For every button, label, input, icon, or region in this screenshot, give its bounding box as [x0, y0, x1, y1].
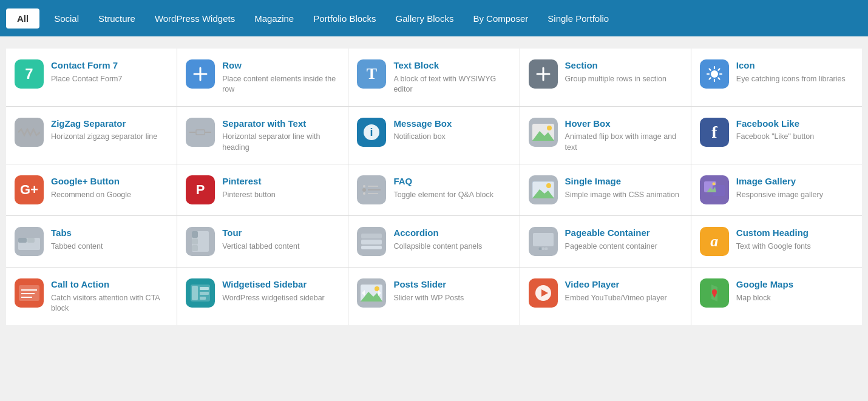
widget-cell[interactable]: Google Maps Map block — [691, 268, 862, 325]
nav-magazine[interactable]: Magazine — [245, 8, 303, 29]
widget-cell[interactable]: i Message Box Notification box — [348, 107, 519, 164]
cell-title-11: Pinterest — [222, 175, 339, 187]
cell-desc-14: Responsive image gallery — [736, 190, 853, 201]
svg-rect-14 — [196, 130, 205, 135]
maps-icon — [700, 278, 729, 308]
widget-cell[interactable]: Hover Box Animated flip box with image a… — [520, 107, 691, 164]
cell-desc-16: Vertical tabbed content — [222, 241, 339, 252]
nav-single-portfolio[interactable]: Single Portfolio — [538, 8, 619, 29]
svg-line-10 — [709, 69, 710, 70]
widget-cell[interactable]: Single Image Simple image with CSS anima… — [520, 164, 691, 215]
accordion-icon — [357, 227, 386, 256]
svg-rect-38 — [192, 231, 198, 238]
widget-cell[interactable]: Posts Slider Slider with WP Posts — [348, 268, 519, 325]
nav-social[interactable]: Social — [44, 8, 89, 29]
cell-title-15: Tabs — [51, 227, 168, 239]
cell-title-14: Image Gallery — [736, 175, 853, 187]
svg-rect-36 — [27, 238, 35, 243]
cell-title-5: ZigZag Separator — [51, 118, 168, 130]
cell-title-8: Hover Box — [565, 118, 682, 130]
pageable-icon — [529, 227, 558, 256]
cell-text-0: Contact Form 7 Place Contact Form7 — [51, 59, 168, 84]
fb-icon: f — [700, 118, 729, 147]
widget-cell[interactable]: f Facebook Like Facebook "Like" button — [691, 107, 862, 164]
widget-cell[interactable]: a Custom Heading Text with Google fonts — [691, 216, 862, 267]
cell-title-1: Row — [222, 59, 339, 72]
cell-title-2: Text Block — [393, 59, 510, 72]
cell-text-15: Tabs Tabbed content — [51, 227, 168, 252]
svg-rect-53 — [192, 286, 198, 300]
cell-title-13: Single Image — [565, 175, 682, 187]
widget-cell[interactable]: Widgetised Sidebar WordPress widgetised … — [177, 268, 348, 325]
widget-cell[interactable]: Call to Action Catch visitors attention … — [6, 268, 177, 325]
cell-title-3: Section — [565, 59, 682, 72]
tabs-icon — [15, 227, 44, 256]
svg-point-25 — [363, 192, 365, 195]
widget-cell[interactable]: Video Player Embed YouTube/Vimeo player — [520, 268, 691, 325]
cell-desc-1: Place content elements inside the row — [222, 74, 339, 95]
cell-title-4: Icon — [736, 59, 853, 72]
widget-cell[interactable]: FAQ Toggle element for Q&A block — [348, 164, 519, 215]
cell-title-16: Tour — [222, 227, 339, 239]
widget-cell[interactable]: Image Gallery Responsive image gallery — [691, 164, 862, 215]
cell-desc-10: Recommend on Google — [51, 190, 168, 201]
widget-cell[interactable]: P Pinterest Pinterest button — [177, 164, 348, 215]
septext-icon — [186, 118, 215, 147]
svg-rect-43 — [361, 246, 382, 249]
nav-structure[interactable]: Structure — [89, 8, 145, 29]
cell-title-17: Accordion — [393, 227, 510, 239]
nav-gallery-blocks[interactable]: Gallery Blocks — [386, 8, 464, 29]
widget-cell[interactable]: ZigZag Separator Horizontal zigzag separ… — [6, 107, 177, 164]
cell-title-21: Widgetised Sidebar — [222, 278, 339, 291]
widget-cell[interactable]: Accordion Collapsible content panels — [348, 216, 519, 267]
widget-cell[interactable]: Pageable Container Pageable content cont… — [520, 216, 691, 267]
svg-point-21 — [362, 188, 366, 192]
widget-cell[interactable]: 7 Contact Form 7 Place Contact Form7 — [6, 49, 177, 106]
cell-desc-23: Embed YouTube/Vimeo player — [565, 293, 682, 304]
cell-text-2: Text Block A block of text with WYSIWYG … — [393, 59, 510, 95]
cell-title-24: Google Maps — [736, 278, 853, 291]
svg-rect-41 — [361, 234, 382, 238]
cell-desc-24: Map block — [736, 293, 853, 304]
cell-text-21: Widgetised Sidebar WordPress widgetised … — [222, 278, 339, 303]
cell-desc-2: A block of text with WYSIWYG editor — [393, 74, 510, 95]
nav-wordpress-widgets[interactable]: WordPress Widgets — [145, 8, 245, 29]
customheading-icon: a — [700, 227, 729, 256]
widget-cell[interactable]: Row Place content elements inside the ro… — [177, 49, 348, 106]
nav-portfolio-blocks[interactable]: Portfolio Blocks — [303, 8, 385, 29]
svg-point-47 — [544, 248, 548, 251]
plus-icon — [529, 59, 558, 89]
cell-title-6: Separator with Text — [222, 118, 339, 130]
widget-cell[interactable]: Tabs Tabbed content — [6, 216, 177, 267]
nav-all-button[interactable]: All — [6, 8, 39, 29]
widget-cell[interactable]: Separator with Text Horizontal separator… — [177, 107, 348, 164]
nav-bar: All Social Structure WordPress Widgets M… — [0, 0, 868, 36]
cell-text-9: Facebook Like Facebook "Like" button — [736, 118, 853, 143]
cell-desc-6: Horizontal separator line with heading — [222, 132, 339, 153]
nav-by-composer[interactable]: By Composer — [463, 8, 538, 29]
widget-cell[interactable]: Tour Vertical tabbed content — [177, 216, 348, 267]
cell-desc-12: Toggle element for Q&A block — [393, 190, 510, 201]
widget-cell[interactable]: Icon Eye catching icons from libraries — [691, 49, 862, 106]
svg-rect-35 — [18, 238, 27, 243]
cell-title-23: Video Player — [565, 278, 682, 291]
widget-cell[interactable]: T Text Block A block of text with WYSIWY… — [348, 49, 519, 106]
cell-text-4: Icon Eye catching icons from libraries — [736, 59, 853, 84]
T-icon: T — [357, 59, 386, 89]
cell-desc-19: Text with Google fonts — [736, 241, 853, 252]
cell-text-3: Section Group multiple rows in section — [565, 59, 682, 84]
widget-grid: 7 Contact Form 7 Place Contact Form7 Row… — [6, 49, 862, 325]
widget-cell[interactable]: G+ Google+ Button Recommend on Google — [6, 164, 177, 215]
cell-desc-22: Slider with WP Posts — [393, 293, 510, 304]
svg-point-45 — [538, 248, 541, 251]
cell-text-1: Row Place content elements inside the ro… — [222, 59, 339, 95]
cell-text-23: Video Player Embed YouTube/Vimeo player — [565, 278, 682, 303]
cell-text-24: Google Maps Map block — [736, 278, 853, 303]
plus-icon — [186, 59, 215, 89]
singleimage-icon — [529, 175, 558, 204]
cell-text-8: Hover Box Animated flip box with image a… — [565, 118, 682, 153]
widget-cell[interactable]: Section Group multiple rows in section — [520, 49, 691, 106]
sidebar-icon — [186, 278, 215, 308]
cell-text-22: Posts Slider Slider with WP Posts — [393, 278, 510, 303]
cell-desc-20: Catch visitors attention with CTA block — [51, 293, 168, 314]
